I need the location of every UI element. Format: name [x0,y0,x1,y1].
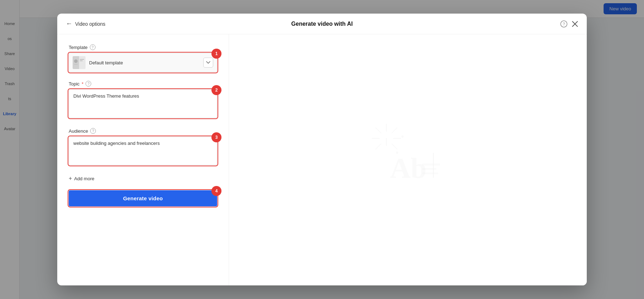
template-help-icon[interactable]: ? [90,44,96,50]
modal-title: Generate video with AI [291,21,353,27]
svg-line-15 [392,128,397,133]
svg-point-8 [74,59,78,63]
back-arrow-icon: ← [66,20,72,28]
modal-header-actions: ? [560,20,578,28]
svg-rect-22 [422,168,436,170]
template-dropdown-arrow[interactable] [203,58,213,68]
step-badge-3: 3 [211,132,221,142]
close-button[interactable] [572,21,578,27]
topic-required: * [82,81,83,87]
svg-line-14 [376,128,381,133]
modal-body: Template ? [57,34,587,285]
preview-illustration: Ab [369,121,447,199]
topic-textarea[interactable] [69,89,217,118]
svg-rect-6 [80,59,84,60]
svg-text:Ab: Ab [390,152,426,184]
svg-rect-5 [79,56,86,69]
audience-textarea[interactable] [69,137,217,165]
svg-rect-23 [422,172,438,174]
svg-text:?: ? [563,22,565,26]
modal: ← Video options Generate video with AI ? [57,14,587,285]
right-panel: Ab [229,34,587,285]
template-field-wrapper: Default template 1 [69,53,217,72]
template-dropdown[interactable]: Default template [69,53,217,72]
template-label: Template ? [69,44,217,50]
audience-field-wrapper: 3 [69,137,217,167]
svg-line-17 [392,144,397,149]
step-badge-1: 1 [211,49,221,59]
template-thumbnail [73,56,86,69]
svg-line-16 [376,144,381,149]
plus-icon: + [69,175,72,182]
generate-wrapper: Generate video 4 [69,190,217,206]
svg-rect-7 [80,60,83,61]
step-badge-4: 4 [211,186,221,196]
topic-label: Topic * ? [69,81,217,87]
step-badge-2: 2 [211,85,221,95]
svg-rect-24 [433,153,434,178]
topic-help-icon[interactable]: ? [86,81,91,87]
back-label: Video options [75,21,106,27]
modal-header: ← Video options Generate video with AI ? [57,14,587,34]
audience-label: Audience ? [69,128,217,134]
preview-placeholder: Ab [369,121,447,199]
template-name-label: Default template [89,60,200,65]
svg-point-18 [401,136,404,138]
audience-help-icon[interactable]: ? [90,128,96,134]
svg-rect-21 [422,163,440,166]
svg-rect-9 [74,64,78,65]
modal-overlay: ← Video options Generate video with AI ? [0,0,644,299]
topic-field-wrapper: 2 [69,89,217,119]
template-field-group: Template ? [69,44,217,72]
left-panel: Template ? [57,34,229,285]
topic-field-group: Topic * ? 2 [69,81,217,119]
generate-button[interactable]: Generate video [69,190,217,206]
audience-field-group: Audience ? 3 [69,128,217,167]
add-more-button[interactable]: + Add more [69,175,217,182]
help-button[interactable]: ? [560,20,567,28]
back-button[interactable]: ← Video options [66,20,106,28]
